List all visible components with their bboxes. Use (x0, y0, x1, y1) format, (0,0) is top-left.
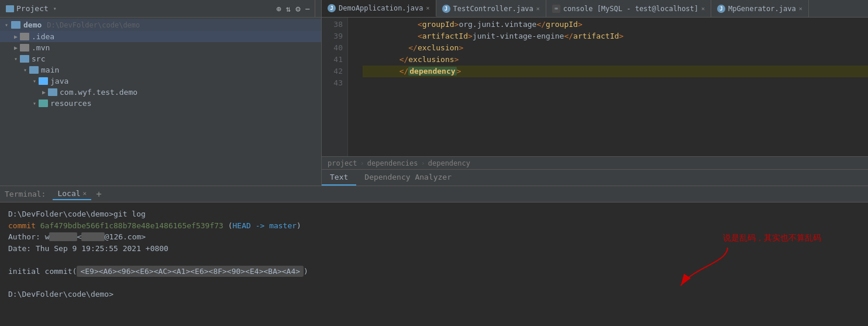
term-path-1: D:\DevFolder\code\demo>git log (8, 210, 146, 218)
terminal-section: Terminal: Local ✕ + D:\DevFolder\code\de… (0, 186, 868, 326)
src-label: src (32, 54, 45, 63)
term-ref-close: ) (297, 221, 301, 230)
java-icon: J (717, 5, 725, 13)
tree-java[interactable]: ▾ java (0, 76, 321, 87)
code-view: 38 39 40 41 42 43 <groupId>org.junit.vin… (322, 18, 868, 156)
java-icon: J (442, 5, 450, 13)
java-label: java (50, 77, 68, 85)
terminal-line-1: D:\DevFolder\code\demo>git log (8, 208, 860, 220)
terminal-tab-bar: Terminal: Local ✕ + (0, 186, 868, 203)
term-commit-encoded: <E9><A6><96><E6><AC><A1><E6><8F><90><E4>… (77, 266, 304, 277)
package-folder-icon (48, 88, 57, 96)
code-line-40: </exclusion> (363, 42, 868, 54)
expand-arrow-resources: ▾ (33, 100, 36, 107)
terminal-line-2: commit 6af479bdbe566f1c88b78e48e1486165e… (8, 220, 860, 232)
idea-folder-icon (20, 33, 29, 40)
breadcrumb-project: project (328, 159, 357, 167)
tab-label: console [MySQL - test@localhost] (563, 5, 698, 13)
demo-label: demo (23, 20, 42, 29)
term-commit-msg: initial commit( (8, 267, 77, 276)
tab-label: MpGenerator.java (728, 5, 796, 13)
expand-arrow-java: ▾ (33, 78, 36, 84)
editor-content[interactable]: 38 39 40 41 42 43 <groupId>org.junit.vin… (322, 18, 868, 156)
tree-mvn[interactable]: ▶ .mvn (0, 42, 321, 53)
term-date-label: Date: (8, 244, 36, 253)
tab-dep-label: Dependency Analyzer (364, 173, 452, 181)
tab-label: DemoApplication.java (339, 4, 423, 12)
breadcrumb-dependencies: dependencies (367, 159, 418, 167)
project-folder-icon (6, 5, 14, 12)
breadcrumb-sep-1: › (360, 159, 364, 167)
tab-demo-application[interactable]: J DemoApplication.java ✕ (322, 0, 436, 17)
term-commit-hash: 6af479bdbe566f1c88b78e48e1486165ef539f73 (40, 221, 223, 230)
expand-arrow: ▾ (5, 22, 8, 28)
breadcrumb-bar: project › dependencies › dependency (322, 156, 868, 169)
expand-arrow-package: ▶ (42, 89, 46, 95)
tab-test-controller[interactable]: J TestController.java ✕ (436, 0, 546, 17)
main-folder-icon (29, 66, 39, 74)
terminal-add-tab[interactable]: + (96, 188, 102, 200)
tab-text-label: Text (330, 173, 348, 181)
main-label: main (41, 66, 59, 74)
line-numbers: 38 39 40 41 42 43 (322, 18, 348, 156)
terminal-line-7 (8, 277, 860, 289)
term-commit-label: commit (8, 221, 40, 230)
tab-close-icon[interactable]: ✕ (799, 5, 802, 12)
breadcrumb-dependency: dependency (428, 159, 470, 167)
project-panel-header: Project ▾ ⊕ ⇅ ⚙ − (0, 0, 322, 17)
tree-package[interactable]: ▶ com.wyf.test.demo (0, 87, 321, 98)
terminal-tab-label: Local (57, 189, 80, 198)
term-ref-open: ( (223, 221, 233, 230)
term-head: HEAD -> master (233, 221, 297, 230)
tree-src[interactable]: ▾ src (0, 53, 321, 64)
expand-arrow-main: ▾ (23, 67, 27, 73)
mvn-label: .mvn (32, 43, 50, 52)
tab-close-icon[interactable]: ✕ (536, 5, 540, 12)
resources-label: resources (50, 99, 91, 108)
sort-icon[interactable]: ⇅ (286, 4, 291, 13)
code-line-41: </exclusions> (363, 54, 868, 66)
resources-folder-icon (39, 99, 48, 107)
mvn-folder-icon (20, 44, 29, 52)
tab-mp-generator[interactable]: J MpGenerator.java ✕ (711, 0, 809, 17)
demo-folder-icon (11, 21, 20, 29)
project-dropdown-arrow[interactable]: ▾ (53, 5, 57, 12)
code-line-42: </dependency> (363, 66, 868, 77)
term-author-label: Author: (8, 232, 45, 241)
java-icon: J (328, 4, 336, 12)
term-author-blurred (49, 232, 77, 241)
terminal-tab-local[interactable]: Local ✕ (53, 188, 91, 200)
expand-arrow-idea: ▶ (14, 33, 18, 40)
term-email-domain: @126.com> (105, 232, 146, 241)
terminal-line-5 (8, 254, 860, 266)
tab-console[interactable]: ⌨ console [MySQL - test@localhost] ✕ (546, 0, 711, 17)
term-path-2: D:\DevFolder\code\demo> (8, 290, 113, 298)
terminal-tab-close-icon[interactable]: ✕ (83, 190, 87, 197)
terminal-line-8: D:\DevFolder\code\demo> (8, 289, 860, 300)
package-label: com.wyf.test.demo (60, 88, 137, 97)
term-email-blurred (81, 232, 104, 241)
tab-text[interactable]: Text (322, 170, 356, 186)
tab-dependency-analyzer[interactable]: Dependency Analyzer (356, 170, 460, 186)
terminal-content[interactable]: D:\DevFolder\code\demo>git log commit 6a… (0, 203, 868, 326)
java-folder-icon (39, 77, 48, 85)
terminal-line-3: Author: w < @126.com> (8, 231, 860, 243)
minimize-icon[interactable]: − (305, 4, 310, 13)
demo-path: D:\DevFolder\code\demo (47, 21, 140, 29)
tree-main[interactable]: ▾ main (0, 64, 321, 76)
project-label-text: Project (16, 4, 49, 13)
terminal-line-4: Date: Thu Sep 9 19:25:55 2021 +0800 (8, 243, 860, 255)
expand-arrow-src: ▾ (14, 56, 18, 62)
tree-root-demo[interactable]: ▾ demo D:\DevFolder\code\demo (0, 19, 321, 31)
tree-resources[interactable]: ▾ resources (0, 98, 321, 109)
tab-close-icon[interactable]: ✕ (701, 5, 705, 12)
main-area: ▾ demo D:\DevFolder\code\demo ▶ .idea ▶ … (0, 18, 868, 186)
breadcrumb-sep-2: › (421, 159, 425, 167)
project-sidebar: ▾ demo D:\DevFolder\code\demo ▶ .idea ▶ … (0, 18, 322, 186)
editor-bottom-tabs: Text Dependency Analyzer (322, 169, 868, 186)
tab-label: TestController.java (453, 5, 533, 13)
tree-idea[interactable]: ▶ .idea (0, 31, 321, 42)
tab-close-icon[interactable]: ✕ (426, 5, 430, 11)
settings-icon[interactable]: ⚙ (295, 4, 300, 13)
globe-icon[interactable]: ⊕ (276, 4, 281, 13)
